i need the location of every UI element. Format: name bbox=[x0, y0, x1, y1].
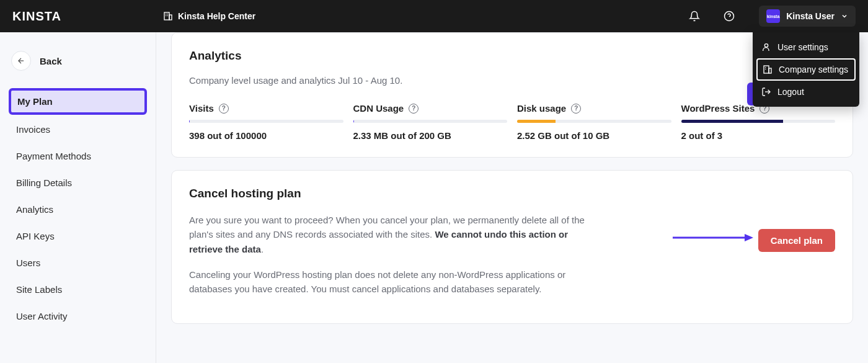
menu-item-label: User settings bbox=[777, 42, 828, 52]
metric-label: Disk usage bbox=[517, 103, 566, 114]
user-name: Kinsta User bbox=[786, 11, 835, 21]
metric-wp: WordPress Sites ? 2 out of 3 bbox=[681, 103, 836, 141]
svg-marker-16 bbox=[745, 234, 753, 241]
menu-logout[interactable]: Logout bbox=[753, 81, 859, 103]
building-icon bbox=[763, 65, 773, 74]
cancel-paragraph-1: Are you sure you want to proceed? When y… bbox=[189, 213, 586, 256]
analytics-subtitle: Company level usage and analytics Jul 10… bbox=[189, 75, 835, 86]
sidebar-item-my-plan[interactable]: My Plan bbox=[9, 88, 147, 115]
info-icon[interactable]: ? bbox=[409, 104, 418, 114]
metric-label: Visits bbox=[189, 103, 214, 114]
notifications-icon[interactable] bbox=[684, 6, 704, 26]
metric-value: 2.52 GB out of 10 GB bbox=[517, 130, 671, 141]
user-icon bbox=[761, 42, 771, 52]
analytics-title: Analytics bbox=[189, 49, 835, 63]
topbar: KINSTA Kinsta Help Center kinsta Kinsta … bbox=[0, 0, 868, 32]
menu-item-label: Logout bbox=[777, 87, 804, 97]
sidebar-item-invoices[interactable]: Invoices bbox=[9, 117, 147, 141]
help-icon[interactable] bbox=[719, 6, 739, 26]
cancel-plan-button[interactable]: Cancel plan bbox=[758, 229, 835, 252]
metric-label: CDN Usage bbox=[353, 103, 404, 114]
arrow-left-icon bbox=[17, 56, 25, 65]
sidebar: Back My Plan Invoices Payment Methods Bi… bbox=[0, 32, 156, 363]
menu-company-settings[interactable]: Company settings bbox=[756, 58, 856, 81]
metric-value: 2.33 MB out of 200 GB bbox=[353, 130, 508, 141]
cancel-title: Cancel hosting plan bbox=[189, 187, 835, 200]
info-icon[interactable]: ? bbox=[219, 104, 229, 114]
info-icon[interactable]: ? bbox=[571, 104, 581, 114]
svg-rect-0 bbox=[164, 12, 169, 20]
menu-user-settings[interactable]: User settings bbox=[753, 36, 859, 58]
back-button[interactable] bbox=[11, 51, 31, 71]
annotation-arrow-icon bbox=[673, 233, 753, 243]
metric-value: 398 out of 100000 bbox=[189, 130, 343, 141]
metric-visits: Visits ? 398 out of 100000 bbox=[189, 103, 343, 141]
cancel-paragraph-2: Canceling your WordPress hosting plan do… bbox=[189, 267, 586, 297]
help-center-label: Kinsta Help Center bbox=[178, 11, 255, 21]
sidebar-item-api-keys[interactable]: API Keys bbox=[9, 224, 147, 248]
svg-point-8 bbox=[764, 44, 768, 47]
cancel-plan-card: Cancel hosting plan Are you sure you wan… bbox=[171, 170, 853, 324]
svg-rect-9 bbox=[764, 66, 769, 73]
help-center-link[interactable]: Kinsta Help Center bbox=[163, 11, 255, 21]
back-label[interactable]: Back bbox=[40, 56, 62, 66]
user-dropdown: User settings Company settings Logout bbox=[753, 32, 859, 107]
sidebar-item-analytics[interactable]: Analytics bbox=[9, 197, 147, 222]
chevron-down-icon bbox=[841, 12, 848, 20]
metric-value: 2 out of 3 bbox=[681, 130, 836, 141]
sidebar-item-payment-methods[interactable]: Payment Methods bbox=[9, 144, 147, 168]
user-menu-trigger[interactable]: kinsta Kinsta User bbox=[759, 6, 856, 27]
sidebar-item-billing-details[interactable]: Billing Details bbox=[9, 171, 147, 195]
building-icon bbox=[163, 11, 173, 21]
menu-item-label: Company settings bbox=[779, 65, 848, 74]
sidebar-item-site-labels[interactable]: Site Labels bbox=[9, 277, 147, 302]
sidebar-item-users[interactable]: Users bbox=[9, 251, 147, 275]
metric-cdn: CDN Usage ? 2.33 MB out of 200 GB bbox=[353, 103, 508, 141]
kinsta-logo: KINSTA bbox=[12, 9, 61, 24]
metric-disk: Disk usage ? 2.52 GB out of 10 GB bbox=[517, 103, 671, 141]
svg-rect-10 bbox=[769, 68, 771, 73]
analytics-card: Analytics Company level usage and analyt… bbox=[171, 32, 853, 158]
svg-rect-1 bbox=[169, 15, 172, 20]
avatar: kinsta bbox=[766, 9, 780, 23]
logout-icon bbox=[761, 87, 771, 97]
sidebar-item-user-activity[interactable]: User Activity bbox=[9, 304, 147, 328]
metric-label: WordPress Sites bbox=[681, 103, 755, 114]
